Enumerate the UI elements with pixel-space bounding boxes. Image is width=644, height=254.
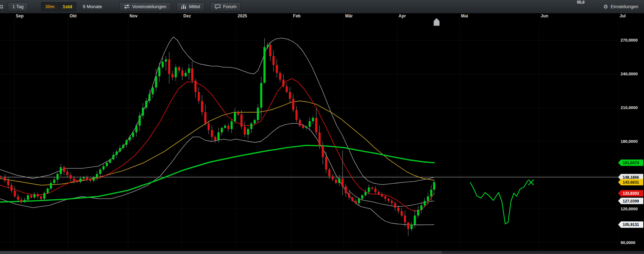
- svg-text:270,0000: 270,0000: [621, 38, 638, 42]
- grid-icon[interactable]: [0, 2, 4, 11]
- svg-text:Nov: Nov: [130, 13, 138, 18]
- svg-text:Dez: Dez: [183, 13, 191, 18]
- svg-text:2025: 2025: [238, 13, 247, 18]
- svg-text:127,0399: 127,0399: [623, 199, 639, 203]
- grid-icon-glyph: [0, 4, 4, 9]
- time-axis[interactable]: SepOktNovDez2025FebMärAprMaiJunJul: [16, 13, 626, 18]
- einstellungen-label: Einstellungen: [611, 4, 638, 9]
- forum-label: Forum: [223, 4, 237, 9]
- candlesticks: [0, 38, 435, 236]
- ma-yellow: [0, 101, 434, 185]
- indicator-lines: [0, 37, 434, 225]
- forum-button[interactable]: Forum: [210, 2, 241, 11]
- chart-columns-icon: [181, 4, 187, 9]
- svg-text:143,6831: 143,6831: [623, 180, 639, 184]
- svg-text:161,0474: 161,0474: [623, 161, 639, 165]
- chart-canvas[interactable]: SepOktNovDez2025FebMärAprMaiJunJul270,00…: [0, 0, 644, 254]
- freehand-drawing[interactable]: [470, 180, 533, 224]
- price-tags: 148,1866161,0474143,6831133,8303127,0399…: [618, 160, 643, 228]
- timeframe-1tag-button[interactable]: 1 Tag: [8, 2, 28, 11]
- indicator-value: 55,0: [577, 0, 584, 4]
- scroll-to-latest-marker[interactable]: [434, 18, 439, 26]
- mittel-label: Mittel: [189, 4, 200, 9]
- bollinger-lower: [0, 123, 434, 225]
- sliders-icon: [124, 4, 130, 9]
- svg-text:105,9131: 105,9131: [623, 222, 639, 227]
- svg-text:120,0000: 120,0000: [621, 207, 638, 211]
- toolbar-menu: Voreinstellungen Mittel: [119, 2, 241, 11]
- svg-text:240,0000: 240,0000: [621, 72, 638, 76]
- timeframe-segment: 30m 1std: [41, 2, 77, 11]
- svg-text:Apr: Apr: [398, 13, 406, 18]
- chart-gridlines: [0, 18, 618, 251]
- svg-text:Jun: Jun: [541, 13, 548, 18]
- timeframe-30m-button[interactable]: 30m: [41, 2, 59, 11]
- scrollbar-handle[interactable]: [0, 251, 442, 254]
- range-9monate-button[interactable]: 9 Monate: [79, 2, 105, 11]
- toolbar: 1 Tag 30m 1std 9 Monate Voreinstellungen: [0, 0, 644, 13]
- einstellungen-button[interactable]: ⚙ Einstellungen: [600, 2, 641, 11]
- voreinstellungen-button[interactable]: Voreinstellungen: [119, 2, 171, 11]
- mittel-button[interactable]: Mittel: [176, 2, 205, 11]
- gear-icon: ⚙: [603, 4, 608, 9]
- speech-bubble-icon: [215, 4, 221, 9]
- svg-text:Mai: Mai: [461, 13, 468, 18]
- bollinger-upper: [0, 37, 434, 185]
- trading-chart-window: SepOktNovDez2025FebMärAprMaiJunJul270,00…: [0, 0, 644, 254]
- svg-text:Mär: Mär: [345, 13, 353, 18]
- svg-text:90,0000: 90,0000: [621, 241, 635, 245]
- timeframe-1std-button[interactable]: 1std: [59, 2, 77, 11]
- svg-text:210,0000: 210,0000: [621, 106, 638, 110]
- svg-text:180,0000: 180,0000: [621, 139, 638, 144]
- svg-text:Okt: Okt: [70, 13, 77, 18]
- svg-text:148,1866: 148,1866: [623, 175, 639, 179]
- svg-text:Sep: Sep: [16, 13, 24, 18]
- voreinstellungen-label: Voreinstellungen: [132, 4, 166, 9]
- svg-text:Jul: Jul: [620, 13, 626, 18]
- svg-text:133,8303: 133,8303: [623, 191, 639, 195]
- horizontal-scrollbar[interactable]: [0, 251, 644, 254]
- svg-text:Feb: Feb: [293, 13, 301, 18]
- price-axis[interactable]: 270,0000240,0000210,0000180,0000120,0000…: [621, 38, 638, 244]
